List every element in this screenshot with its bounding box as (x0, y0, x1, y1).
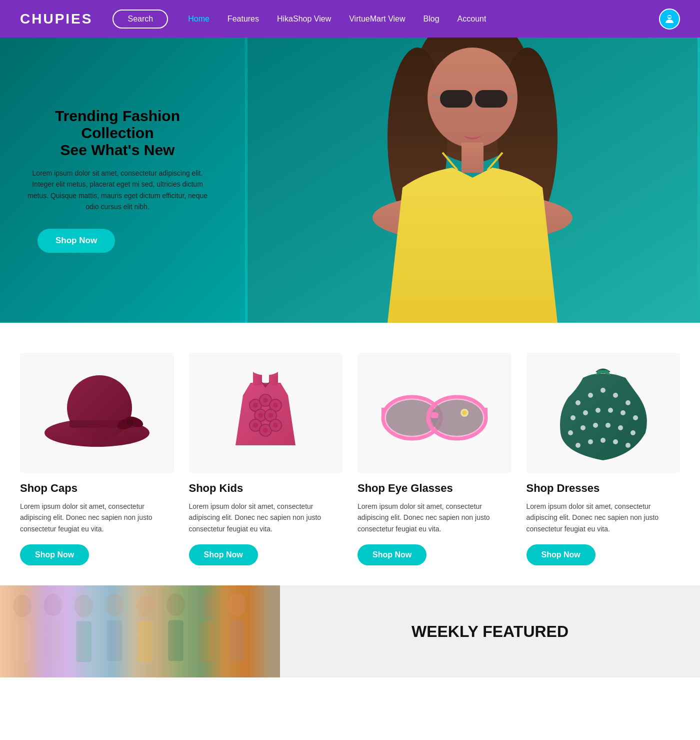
svg-point-74 (613, 439, 618, 444)
bottom-text: WEEKLY FEATURED (280, 585, 700, 677)
nav-links: Home Features HikaShop View VirtueMart V… (188, 15, 659, 24)
nav-features[interactable]: Features (228, 15, 259, 24)
svg-point-68 (606, 423, 610, 428)
svg-point-17 (67, 375, 132, 440)
featured-image-svg (0, 585, 280, 677)
svg-point-81 (74, 595, 93, 617)
account-area[interactable] (659, 9, 680, 30)
dresses-shop-button[interactable]: Shop Now (526, 544, 596, 565)
svg-point-54 (576, 400, 580, 405)
svg-rect-84 (107, 620, 122, 661)
bottom-image (0, 585, 280, 677)
svg-point-63 (620, 410, 626, 415)
svg-point-69 (618, 425, 623, 430)
hero-image (245, 38, 700, 323)
svg-point-39 (253, 423, 258, 428)
caps-shop-button[interactable]: Shop Now (20, 544, 89, 565)
svg-point-21 (127, 420, 133, 426)
kids-title: Shop Kids (189, 482, 343, 495)
svg-point-77 (13, 595, 32, 617)
dresses-title: Shop Dresses (526, 482, 680, 495)
categories-grid: Shop Caps Lorem ipsum dolor sit amet, co… (20, 353, 680, 565)
svg-point-70 (630, 430, 636, 435)
glasses-shop-button[interactable]: Shop Now (358, 544, 426, 565)
category-card-dresses: Shop Dresses Lorem ipsum dolor sit amet,… (526, 353, 680, 565)
svg-point-56 (600, 388, 606, 393)
svg-rect-12 (462, 143, 484, 173)
svg-rect-86 (138, 621, 153, 662)
svg-point-57 (613, 393, 618, 398)
svg-point-83 (105, 594, 124, 616)
svg-rect-8 (475, 90, 508, 108)
svg-point-38 (268, 413, 273, 418)
dresses-desc: Lorem ipsum dolor sit amet, consectetur … (526, 501, 680, 534)
weekly-featured-title: WEEKLY FEATURED (310, 622, 670, 641)
svg-point-75 (626, 443, 630, 448)
svg-rect-82 (76, 621, 92, 662)
caps-title: Shop Caps (20, 482, 174, 495)
svg-point-71 (576, 443, 580, 448)
hero-description: Lorem ipsum dolor sit amet, consectetur … (22, 168, 212, 213)
svg-point-55 (588, 393, 593, 398)
hero-content: Trending Fashion CollectionSee What's Ne… (22, 108, 212, 253)
svg-point-65 (568, 430, 573, 435)
site-logo: CHUPIES (20, 11, 92, 27)
svg-point-87 (166, 594, 185, 616)
nav-virtuemart[interactable]: VirtueMart View (349, 15, 405, 24)
svg-point-24 (250, 360, 280, 375)
caps-image (20, 353, 174, 473)
svg-rect-7 (440, 90, 472, 108)
svg-point-36 (273, 403, 278, 408)
svg-rect-1 (668, 16, 671, 18)
hero-shop-now-button[interactable]: Shop Now (38, 229, 115, 253)
svg-point-61 (596, 408, 600, 413)
svg-point-62 (608, 408, 613, 413)
svg-rect-90 (199, 621, 214, 662)
svg-point-67 (593, 423, 598, 428)
svg-rect-78 (15, 621, 30, 662)
svg-point-59 (570, 415, 576, 420)
svg-point-85 (136, 595, 154, 617)
category-card-glasses: Shop Eye Glasses Lorem ipsum dolor sit a… (358, 353, 512, 565)
nav-account-link[interactable]: Account (458, 15, 486, 24)
nav-hikashop[interactable]: HikaShop View (277, 15, 331, 24)
glasses-image (358, 353, 512, 473)
account-avatar (659, 9, 680, 30)
svg-point-91 (228, 594, 246, 616)
kids-shop-button[interactable]: Shop Now (189, 544, 258, 565)
svg-rect-76 (0, 585, 280, 677)
navbar: CHUPIES Search Home Features HikaShop Vi… (0, 0, 700, 38)
category-card-caps: Shop Caps Lorem ipsum dolor sit amet, co… (20, 353, 174, 565)
kids-desc: Lorem ipsum dolor sit amet, consectetur … (189, 501, 343, 534)
hero-model-svg (245, 38, 700, 323)
svg-point-73 (600, 438, 606, 443)
svg-point-46 (431, 400, 483, 436)
hat-svg (42, 368, 152, 458)
glasses-svg (380, 383, 490, 443)
svg-point-41 (273, 423, 278, 428)
svg-point-51 (434, 414, 438, 418)
search-button[interactable]: Search (112, 10, 168, 29)
glasses-desc: Lorem ipsum dolor sit amet, consectetur … (358, 501, 512, 534)
svg-point-53 (462, 411, 466, 415)
nav-blog[interactable]: Blog (424, 15, 440, 24)
hero-title: Trending Fashion CollectionSee What's Ne… (22, 108, 212, 159)
nav-home[interactable]: Home (188, 15, 210, 24)
categories-section: Shop Caps Lorem ipsum dolor sit amet, co… (0, 323, 700, 585)
svg-point-34 (253, 403, 258, 408)
svg-point-40 (263, 428, 268, 433)
svg-rect-88 (168, 620, 184, 661)
kids-image (189, 353, 343, 473)
svg-point-64 (633, 415, 638, 420)
svg-rect-92 (230, 620, 245, 661)
svg-rect-80 (46, 620, 61, 661)
svg-point-60 (583, 410, 588, 415)
svg-point-66 (580, 425, 586, 430)
polka-dress-svg (553, 363, 653, 463)
bottom-section: WEEKLY FEATURED (0, 585, 700, 677)
svg-point-89 (197, 595, 216, 617)
caps-desc: Lorem ipsum dolor sit amet, consectetur … (20, 501, 174, 534)
glasses-title: Shop Eye Glasses (358, 482, 512, 495)
dresses-image (526, 353, 680, 473)
kids-dress-svg (226, 360, 306, 465)
